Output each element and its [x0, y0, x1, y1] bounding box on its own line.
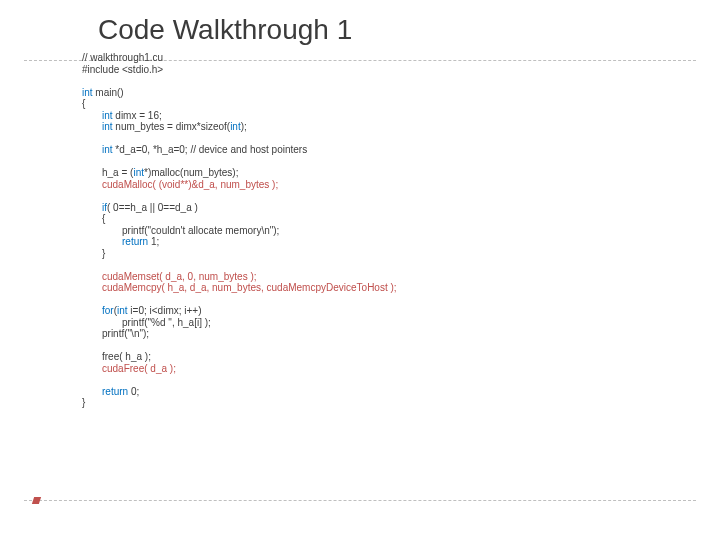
code-text: ( 0==h_a || 0==d_a ): [107, 202, 198, 213]
keyword-int: int: [117, 305, 128, 316]
code-line: printf("\n");: [102, 328, 149, 340]
code-text: dimx = 16;: [113, 110, 162, 121]
keyword-int: int: [102, 110, 113, 121]
slide-marker-icon: [32, 497, 41, 504]
keyword-for: for: [102, 305, 114, 316]
keyword-int: int: [230, 121, 241, 132]
code-line: cudaMemcpy( h_a, d_a, num_bytes, cudaMem…: [102, 282, 397, 294]
code-line: cudaFree( d_a );: [102, 363, 176, 375]
code-line: free( h_a );: [102, 351, 151, 363]
divider-bottom: [24, 500, 696, 501]
code-text: 0;: [128, 386, 139, 397]
code-line: printf("couldn't allocate memory\n");: [122, 225, 279, 237]
code-text: i=0; i<dimx; i++): [128, 305, 202, 316]
keyword-int: int: [102, 144, 113, 155]
slide: Code Walkthrough 1 // walkthrough1.cu #i…: [0, 0, 720, 540]
code-text: 1;: [148, 236, 159, 247]
code-line: printf("%d ", h_a[i] );: [122, 317, 211, 329]
code-text: h_a = (: [102, 167, 133, 178]
code-line: }: [82, 397, 85, 408]
slide-title: Code Walkthrough 1: [98, 14, 352, 46]
code-line: {: [102, 213, 105, 225]
code-text: cudaMalloc( (: [102, 179, 162, 190]
code-text: *d_a=0, *h_a=0; // device and host point…: [113, 144, 308, 155]
code-line: {: [82, 98, 85, 109]
keyword-void: void: [162, 179, 180, 190]
keyword-int: int: [82, 87, 93, 98]
code-text: );: [241, 121, 247, 132]
keyword-int: int: [133, 167, 144, 178]
keyword-return: return: [102, 386, 128, 397]
code-text: **)&d_a, num_bytes );: [180, 179, 278, 190]
code-text: main(): [93, 87, 124, 98]
code-text: num_bytes = dimx*sizeof(: [113, 121, 231, 132]
keyword-return: return: [122, 236, 148, 247]
code-text: *)malloc(num_bytes);: [144, 167, 238, 178]
code-line: #include <stdio.h>: [82, 64, 163, 75]
code-line: cudaMemset( d_a, 0, num_bytes );: [102, 271, 257, 283]
keyword-int: int: [102, 121, 113, 132]
code-block: // walkthrough1.cu #include <stdio.h> in…: [82, 52, 397, 409]
code-line: // walkthrough1.cu: [82, 52, 163, 63]
code-line: }: [102, 248, 105, 260]
